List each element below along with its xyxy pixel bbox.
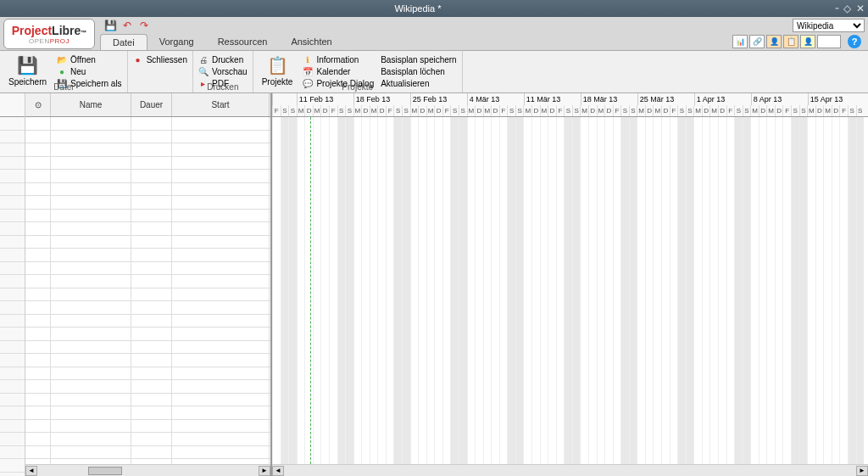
table-row[interactable] bbox=[25, 249, 270, 262]
table-row[interactable] bbox=[25, 380, 270, 394]
row-number[interactable] bbox=[0, 406, 25, 420]
task-table-body[interactable] bbox=[25, 117, 270, 464]
gantt-day-header: D bbox=[718, 105, 726, 117]
blank-view-icon[interactable] bbox=[817, 35, 841, 48]
row-number[interactable] bbox=[0, 170, 25, 183]
projekte-icon: 📋 bbox=[267, 55, 288, 76]
information-button[interactable]: ℹInformation bbox=[303, 54, 374, 65]
help-icon[interactable]: ? bbox=[848, 35, 861, 48]
column-header-indicator[interactable]: ⊙ bbox=[25, 93, 51, 116]
tab-ressourcen[interactable]: Ressourcen bbox=[206, 34, 280, 50]
row-number[interactable] bbox=[0, 236, 25, 249]
öffnen-button[interactable]: 📂Öffnen bbox=[57, 54, 122, 65]
undo-icon[interactable]: ↶ bbox=[120, 19, 134, 32]
table-row[interactable] bbox=[25, 288, 270, 302]
redo-icon[interactable]: ↷ bbox=[137, 19, 151, 32]
row-number[interactable] bbox=[0, 433, 25, 446]
row-number[interactable] bbox=[0, 249, 25, 262]
scroll-thumb[interactable] bbox=[88, 467, 122, 475]
table-row[interactable] bbox=[25, 210, 270, 223]
table-row[interactable] bbox=[25, 157, 270, 171]
network-view-icon[interactable]: 🔗 bbox=[749, 35, 765, 48]
tab-datei[interactable]: Datei bbox=[100, 34, 147, 50]
table-row[interactable] bbox=[25, 301, 270, 315]
kalender-button[interactable]: 📅Kalender bbox=[303, 66, 374, 77]
table-row[interactable] bbox=[25, 446, 270, 460]
row-number[interactable] bbox=[0, 341, 25, 355]
table-row[interactable] bbox=[25, 183, 270, 197]
table-row[interactable] bbox=[25, 354, 270, 367]
table-row[interactable] bbox=[25, 406, 270, 420]
table-row[interactable] bbox=[25, 394, 270, 407]
table-row[interactable] bbox=[25, 341, 270, 355]
row-number[interactable] bbox=[0, 210, 25, 223]
row-number[interactable] bbox=[0, 143, 25, 157]
table-row[interactable] bbox=[25, 328, 270, 341]
scroll-left-button[interactable]: ◄ bbox=[25, 466, 37, 476]
drucken-button[interactable]: 🖨Drucken bbox=[198, 54, 248, 65]
table-row[interactable] bbox=[25, 222, 270, 236]
save-icon[interactable]: 💾 bbox=[103, 19, 117, 32]
window-titlebar: Wikipedia * ╶ ◇ ✕ bbox=[0, 0, 868, 17]
row-number[interactable] bbox=[0, 275, 25, 288]
table-row[interactable] bbox=[25, 170, 270, 183]
gantt-scroll-left-button[interactable]: ◄ bbox=[272, 466, 284, 476]
table-row[interactable] bbox=[25, 433, 270, 446]
table-row[interactable] bbox=[25, 117, 270, 131]
gantt-body[interactable] bbox=[272, 117, 868, 464]
row-number[interactable] bbox=[0, 183, 25, 197]
basisplan-speichern-button[interactable]: Basisplan speichern bbox=[381, 54, 457, 65]
row-number[interactable] bbox=[0, 117, 25, 131]
row-number[interactable] bbox=[0, 328, 25, 341]
row-number[interactable] bbox=[0, 420, 25, 434]
table-row[interactable] bbox=[25, 367, 270, 381]
project-select[interactable]: Wikipedia bbox=[793, 19, 865, 32]
row-number[interactable] bbox=[0, 380, 25, 394]
table-row[interactable] bbox=[25, 315, 270, 328]
tab-ansichten[interactable]: Ansichten bbox=[279, 34, 343, 50]
gantt-scroll-right-button[interactable]: ► bbox=[856, 466, 868, 476]
gantt-scrollbar[interactable]: ◄ ► bbox=[272, 464, 868, 476]
neu-button[interactable]: ●Neu bbox=[57, 66, 122, 77]
minimize-button[interactable]: ╶ bbox=[832, 3, 838, 14]
table-row[interactable] bbox=[25, 236, 270, 249]
maximize-button[interactable]: ◇ bbox=[843, 3, 851, 14]
close-button[interactable]: ✕ bbox=[856, 3, 865, 14]
table-row[interactable] bbox=[25, 196, 270, 210]
tab-vorgang[interactable]: Vorgang bbox=[147, 34, 206, 50]
table-row[interactable] bbox=[25, 275, 270, 288]
resource-view-icon[interactable]: 👤 bbox=[766, 35, 782, 48]
column-header-dauer[interactable]: Dauer bbox=[131, 93, 172, 116]
basisplan-löchen-button[interactable]: Basisplan löchen bbox=[381, 66, 457, 77]
logo-subtitle: OPENPROJ bbox=[29, 37, 70, 45]
row-number[interactable] bbox=[0, 367, 25, 381]
row-number[interactable] bbox=[0, 459, 25, 473]
no-subwindow-icon[interactable]: 👤 bbox=[800, 35, 815, 48]
report-view-icon[interactable]: 📋 bbox=[783, 35, 798, 48]
row-number[interactable] bbox=[0, 131, 25, 144]
table-scrollbar[interactable]: ◄ ► bbox=[25, 464, 270, 476]
table-row[interactable] bbox=[25, 131, 270, 144]
app-logo[interactable]: ProjectLibre™ OPENPROJ bbox=[3, 19, 95, 49]
gantt-week-header: 25 Mär 13 bbox=[637, 93, 694, 105]
row-number[interactable] bbox=[0, 394, 25, 407]
gantt-view-icon[interactable]: 📊 bbox=[732, 35, 748, 48]
vorschau-button[interactable]: 🔍Vorschau bbox=[198, 66, 248, 77]
row-number[interactable] bbox=[0, 301, 25, 315]
row-number[interactable] bbox=[0, 354, 25, 367]
table-row[interactable] bbox=[25, 143, 270, 157]
schliessen-button[interactable]: ●Schliessen bbox=[133, 54, 187, 65]
row-number[interactable] bbox=[0, 157, 25, 171]
table-row[interactable] bbox=[25, 262, 270, 276]
row-number[interactable] bbox=[0, 222, 25, 236]
row-number[interactable] bbox=[0, 196, 25, 210]
row-number[interactable] bbox=[0, 288, 25, 302]
scroll-right-button[interactable]: ► bbox=[259, 466, 270, 476]
table-row[interactable] bbox=[25, 420, 270, 434]
row-number[interactable] bbox=[0, 315, 25, 328]
column-header-name[interactable]: Name bbox=[51, 93, 131, 116]
column-header-start[interactable]: Start bbox=[172, 93, 270, 116]
gantt-day-header: F bbox=[442, 105, 451, 117]
row-number[interactable] bbox=[0, 446, 25, 460]
row-number[interactable] bbox=[0, 262, 25, 276]
